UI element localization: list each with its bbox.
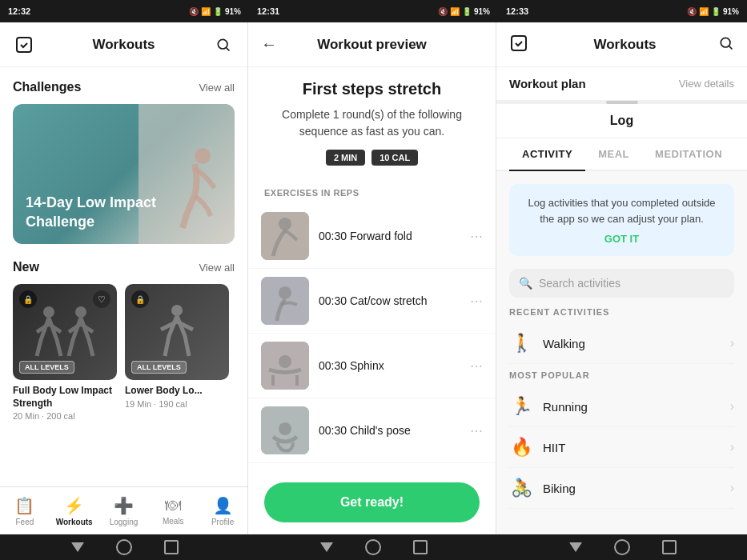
workout-tags: 2 MIN 10 CAL xyxy=(264,150,480,166)
nav-workouts[interactable]: ⚡ Workouts xyxy=(50,487,99,534)
battery-2: 91% xyxy=(474,7,490,16)
popular-activities-section: MOST POPULAR 🏃 Running › 🔥 HIIT › 🚴 Biki… xyxy=(496,370,747,509)
get-ready-button[interactable]: Get ready! xyxy=(264,482,480,522)
view-details[interactable]: View details xyxy=(679,78,734,90)
workout-plan-label: Workout plan xyxy=(509,77,586,90)
exercise-0[interactable]: 00:30 Forward fold ⋯ xyxy=(248,204,496,269)
exercise-1[interactable]: 00:30 Cat/cow stretch ⋯ xyxy=(248,269,496,334)
screen3-search-icon[interactable] xyxy=(718,35,734,54)
exercises-section: EXERCISES IN REPS 00:30 Forward fold ⋯ xyxy=(248,175,496,470)
status-icons-2: 🔇 📶 🔋 91% xyxy=(438,7,490,16)
sys-nav-2 xyxy=(249,539,498,555)
workout-meta-1: 19 Min · 190 cal xyxy=(125,399,229,409)
screen-preview: ← Workout preview First steps stretch Co… xyxy=(248,22,496,534)
home-nav-btn-2[interactable] xyxy=(365,539,381,555)
screen2-content: First steps stretch Complete 1 round(s) … xyxy=(248,67,496,534)
exercise-thumb-1 xyxy=(261,277,309,325)
svg-point-3 xyxy=(43,306,54,318)
exercise-more-2[interactable]: ⋯ xyxy=(470,358,483,374)
exercise-info-0: 00:30 Forward fold xyxy=(319,229,460,243)
status-seg-2: 12:31 🔇 📶 🔋 91% xyxy=(249,0,498,22)
svg-point-11 xyxy=(279,355,291,368)
feed-icon: 📋 xyxy=(14,496,34,515)
workout-card-1[interactable]: 🔒 ALL LEVELS Lower Body Lo... 19 xyxy=(125,284,229,421)
back-nav-btn-1[interactable] xyxy=(71,542,84,552)
battery-3: 91% xyxy=(723,7,739,16)
back-nav-btn-3[interactable] xyxy=(569,542,582,552)
workout-header: First steps stretch Complete 1 round(s) … xyxy=(248,67,496,175)
screen3-header: Workouts xyxy=(496,22,747,67)
recents-nav-btn-2[interactable] xyxy=(413,540,428,554)
activity-walking[interactable]: 🚶 Walking › xyxy=(509,323,734,364)
exercise-thumb-0 xyxy=(261,212,309,260)
meals-icon: 🍽 xyxy=(165,496,181,514)
exercise-more-1[interactable]: ⋯ xyxy=(470,294,483,309)
exercise-more-0[interactable]: ⋯ xyxy=(470,229,483,244)
challenge-card[interactable]: 14-Day Low Impact Challenge xyxy=(13,104,235,244)
nav-profile[interactable]: 👤 Profile xyxy=(198,487,247,534)
activity-running[interactable]: 🏃 Running › xyxy=(509,386,734,427)
preview-header-title: Workout preview xyxy=(317,37,427,53)
svg-point-13 xyxy=(279,422,291,435)
screen3-logo xyxy=(509,34,532,56)
walking-arrow: › xyxy=(730,336,734,350)
got-it-button[interactable]: GOT IT xyxy=(522,233,721,245)
exercise-info-3: 00:30 Child's pose xyxy=(319,423,460,438)
back-nav-btn-2[interactable] xyxy=(320,542,333,552)
workouts-icon: ⚡ xyxy=(64,496,84,515)
hiit-emoji: 🔥 xyxy=(509,437,533,458)
workout-name-0: Full Body Low Impact Strength xyxy=(13,385,117,410)
workout-img-1: 🔒 ALL LEVELS xyxy=(125,284,229,380)
home-nav-btn-1[interactable] xyxy=(116,539,132,555)
nav-meals[interactable]: 🍽 Meals xyxy=(148,487,198,534)
new-section: New View all 🔒 ♡ ALL LEVELS xyxy=(13,260,235,421)
challenges-view-all[interactable]: View all xyxy=(199,82,235,94)
nav-logging[interactable]: ➕ Logging xyxy=(99,487,149,534)
new-section-header: New View all xyxy=(13,260,235,274)
tab-meal[interactable]: MEAL xyxy=(585,138,642,171)
exercise-2[interactable]: 00:30 Sphinx ⋯ xyxy=(248,334,496,398)
challenges-title: Challenges xyxy=(13,80,81,94)
nav-feed-label: Feed xyxy=(16,518,34,526)
screens-container: Workouts Challenges View all xyxy=(0,22,747,534)
home-nav-btn-3[interactable] xyxy=(614,539,630,555)
screen3-content: Workout plan View details Log ACTIVITY M… xyxy=(496,67,747,534)
activity-biking[interactable]: 🚴 Biking › xyxy=(509,468,734,509)
screen2-header: ← Workout preview xyxy=(248,22,496,67)
exercise-name-3: 00:30 Child's pose xyxy=(319,424,411,437)
bottom-nav-1: 📋 Feed ⚡ Workouts ➕ Logging 🍽 Meals 👤 Pr… xyxy=(0,486,247,534)
exercise-more-3[interactable]: ⋯ xyxy=(470,423,483,438)
nav-feed[interactable]: 📋 Feed xyxy=(0,487,50,534)
svg-point-7 xyxy=(279,218,291,230)
screen1-header: Workouts xyxy=(0,22,247,67)
info-banner: Log activities that you completed outsid… xyxy=(509,184,734,256)
svg-point-4 xyxy=(75,306,86,318)
back-button[interactable]: ← xyxy=(261,35,277,54)
running-label: Running xyxy=(543,400,721,414)
challenges-section-header: Challenges View all xyxy=(13,80,235,94)
recents-nav-btn-3[interactable] xyxy=(662,540,677,554)
workout-card-0[interactable]: 🔒 ♡ ALL LEVELS xyxy=(13,284,117,421)
nav-meals-label: Meals xyxy=(163,517,184,526)
search-box[interactable]: 🔍 Search activities xyxy=(509,269,734,298)
search-icon[interactable] xyxy=(212,34,235,56)
tab-meditation[interactable]: MEDITATION xyxy=(642,138,735,171)
activity-hiit[interactable]: 🔥 HIIT › xyxy=(509,427,734,468)
log-title: Log xyxy=(610,114,633,127)
tab-activity[interactable]: ACTIVITY xyxy=(509,138,585,171)
workout-name-1: Lower Body Lo... xyxy=(125,385,229,398)
recents-nav-btn-1[interactable] xyxy=(164,540,179,554)
hiit-label: HIIT xyxy=(543,441,721,454)
screen-workouts: Workouts Challenges View all xyxy=(0,22,248,534)
status-seg-3: 12:33 🔇 📶 🔋 91% xyxy=(498,0,747,22)
exercise-info-2: 00:30 Sphinx xyxy=(319,358,460,373)
search-activities-placeholder[interactable]: Search activities xyxy=(539,277,725,290)
exercise-3[interactable]: 00:30 Child's pose ⋯ xyxy=(248,398,496,463)
exercise-name-2: 00:30 Sphinx xyxy=(319,359,384,372)
svg-rect-14 xyxy=(512,36,526,50)
screen1-content: Challenges View all 14-Day Low Impact Ch… xyxy=(0,67,247,486)
time-3: 12:33 xyxy=(506,6,528,16)
status-icons-1: 🔇 📶 🔋 91% xyxy=(189,7,241,16)
exercise-thumb-3 xyxy=(261,406,309,454)
new-view-all[interactable]: View all xyxy=(199,262,235,274)
